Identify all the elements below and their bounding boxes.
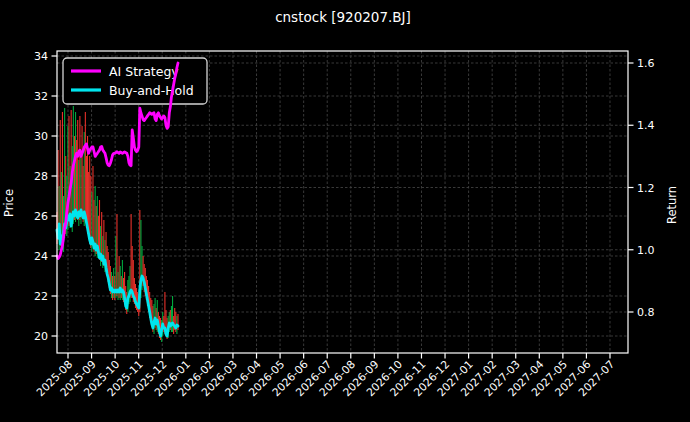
chart-figure: cnstock [920207.BJ] AI StrategyBuy-and-H… [0, 0, 690, 422]
left-tick-label: 34 [34, 50, 48, 63]
left-tick-label: 22 [34, 290, 48, 303]
right-tick-label: 1.6 [637, 57, 655, 70]
right-tick-label: 1.4 [637, 119, 655, 132]
right-tick-label: 1.2 [637, 182, 655, 195]
right-tick-label: 0.8 [637, 306, 655, 319]
right-tick-label: 1.0 [637, 244, 655, 257]
left-tick-label: 30 [34, 130, 48, 143]
left-tick-label: 32 [34, 90, 48, 103]
left-tick-label: 24 [34, 250, 48, 263]
legend-label: Buy-and-Hold [109, 83, 194, 98]
left-tick-label: 20 [34, 330, 48, 343]
left-axis-label: Price [2, 189, 16, 217]
legend: AI StrategyBuy-and-Hold [63, 58, 207, 104]
right-axis-label: Return [665, 186, 679, 224]
left-tick-label: 28 [34, 170, 48, 183]
chart-title: cnstock [920207.BJ] [275, 9, 411, 25]
legend-label: AI Strategy [109, 64, 179, 79]
chart-canvas: cnstock [920207.BJ] AI StrategyBuy-and-H… [0, 0, 690, 422]
left-tick-label: 26 [34, 210, 48, 223]
